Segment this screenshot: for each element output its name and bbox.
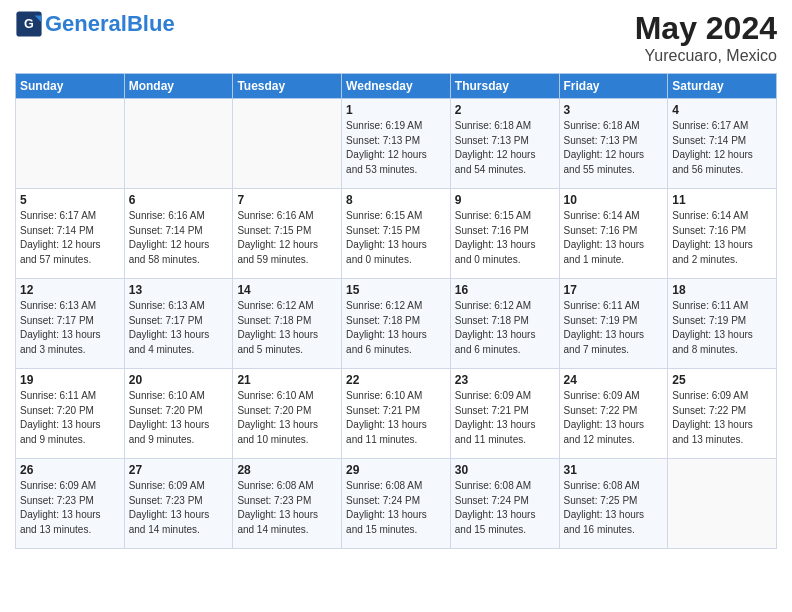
day-info: Sunrise: 6:08 AMSunset: 7:23 PMDaylight:…	[237, 479, 337, 537]
day-number: 6	[129, 193, 229, 207]
calendar-table: Sunday Monday Tuesday Wednesday Thursday…	[15, 73, 777, 549]
col-friday: Friday	[559, 74, 668, 99]
calendar-cell: 28Sunrise: 6:08 AMSunset: 7:23 PMDayligh…	[233, 459, 342, 549]
col-wednesday: Wednesday	[342, 74, 451, 99]
calendar-cell: 21Sunrise: 6:10 AMSunset: 7:20 PMDayligh…	[233, 369, 342, 459]
day-number: 15	[346, 283, 446, 297]
day-info: Sunrise: 6:17 AMSunset: 7:14 PMDaylight:…	[20, 209, 120, 267]
svg-text:G: G	[24, 17, 34, 31]
day-number: 31	[564, 463, 664, 477]
day-info: Sunrise: 6:12 AMSunset: 7:18 PMDaylight:…	[346, 299, 446, 357]
calendar-cell: 30Sunrise: 6:08 AMSunset: 7:24 PMDayligh…	[450, 459, 559, 549]
calendar-cell: 8Sunrise: 6:15 AMSunset: 7:15 PMDaylight…	[342, 189, 451, 279]
calendar-cell: 6Sunrise: 6:16 AMSunset: 7:14 PMDaylight…	[124, 189, 233, 279]
calendar-cell: 18Sunrise: 6:11 AMSunset: 7:19 PMDayligh…	[668, 279, 777, 369]
day-number: 18	[672, 283, 772, 297]
day-number: 5	[20, 193, 120, 207]
day-number: 19	[20, 373, 120, 387]
header-row: Sunday Monday Tuesday Wednesday Thursday…	[16, 74, 777, 99]
calendar-week-row: 19Sunrise: 6:11 AMSunset: 7:20 PMDayligh…	[16, 369, 777, 459]
day-number: 12	[20, 283, 120, 297]
calendar-cell: 17Sunrise: 6:11 AMSunset: 7:19 PMDayligh…	[559, 279, 668, 369]
calendar-cell: 27Sunrise: 6:09 AMSunset: 7:23 PMDayligh…	[124, 459, 233, 549]
day-number: 13	[129, 283, 229, 297]
day-number: 7	[237, 193, 337, 207]
calendar-cell: 5Sunrise: 6:17 AMSunset: 7:14 PMDaylight…	[16, 189, 125, 279]
day-number: 8	[346, 193, 446, 207]
calendar-header: Sunday Monday Tuesday Wednesday Thursday…	[16, 74, 777, 99]
day-number: 3	[564, 103, 664, 117]
day-info: Sunrise: 6:16 AMSunset: 7:14 PMDaylight:…	[129, 209, 229, 267]
calendar-week-row: 12Sunrise: 6:13 AMSunset: 7:17 PMDayligh…	[16, 279, 777, 369]
calendar-cell: 4Sunrise: 6:17 AMSunset: 7:14 PMDaylight…	[668, 99, 777, 189]
day-info: Sunrise: 6:10 AMSunset: 7:20 PMDaylight:…	[237, 389, 337, 447]
calendar-cell: 1Sunrise: 6:19 AMSunset: 7:13 PMDaylight…	[342, 99, 451, 189]
day-info: Sunrise: 6:09 AMSunset: 7:22 PMDaylight:…	[672, 389, 772, 447]
title-block: May 2024 Yurecuaro, Mexico	[635, 10, 777, 65]
day-info: Sunrise: 6:14 AMSunset: 7:16 PMDaylight:…	[564, 209, 664, 267]
calendar-cell: 25Sunrise: 6:09 AMSunset: 7:22 PMDayligh…	[668, 369, 777, 459]
day-info: Sunrise: 6:12 AMSunset: 7:18 PMDaylight:…	[455, 299, 555, 357]
day-info: Sunrise: 6:11 AMSunset: 7:20 PMDaylight:…	[20, 389, 120, 447]
calendar-cell: 15Sunrise: 6:12 AMSunset: 7:18 PMDayligh…	[342, 279, 451, 369]
col-tuesday: Tuesday	[233, 74, 342, 99]
day-number: 20	[129, 373, 229, 387]
calendar-cell: 9Sunrise: 6:15 AMSunset: 7:16 PMDaylight…	[450, 189, 559, 279]
calendar-cell: 29Sunrise: 6:08 AMSunset: 7:24 PMDayligh…	[342, 459, 451, 549]
calendar-cell: 20Sunrise: 6:10 AMSunset: 7:20 PMDayligh…	[124, 369, 233, 459]
calendar-cell: 11Sunrise: 6:14 AMSunset: 7:16 PMDayligh…	[668, 189, 777, 279]
day-info: Sunrise: 6:11 AMSunset: 7:19 PMDaylight:…	[564, 299, 664, 357]
day-info: Sunrise: 6:13 AMSunset: 7:17 PMDaylight:…	[20, 299, 120, 357]
col-sunday: Sunday	[16, 74, 125, 99]
day-info: Sunrise: 6:10 AMSunset: 7:21 PMDaylight:…	[346, 389, 446, 447]
calendar-cell: 22Sunrise: 6:10 AMSunset: 7:21 PMDayligh…	[342, 369, 451, 459]
col-thursday: Thursday	[450, 74, 559, 99]
calendar-cell	[124, 99, 233, 189]
day-number: 27	[129, 463, 229, 477]
day-info: Sunrise: 6:15 AMSunset: 7:16 PMDaylight:…	[455, 209, 555, 267]
day-info: Sunrise: 6:19 AMSunset: 7:13 PMDaylight:…	[346, 119, 446, 177]
calendar-cell	[233, 99, 342, 189]
calendar-cell: 14Sunrise: 6:12 AMSunset: 7:18 PMDayligh…	[233, 279, 342, 369]
day-info: Sunrise: 6:18 AMSunset: 7:13 PMDaylight:…	[564, 119, 664, 177]
page-header: G GeneralBlue May 2024 Yurecuaro, Mexico	[15, 10, 777, 65]
day-number: 11	[672, 193, 772, 207]
day-number: 4	[672, 103, 772, 117]
location-subtitle: Yurecuaro, Mexico	[635, 47, 777, 65]
day-info: Sunrise: 6:12 AMSunset: 7:18 PMDaylight:…	[237, 299, 337, 357]
calendar-cell: 12Sunrise: 6:13 AMSunset: 7:17 PMDayligh…	[16, 279, 125, 369]
logo-blue: Blue	[127, 11, 175, 36]
day-number: 21	[237, 373, 337, 387]
day-info: Sunrise: 6:09 AMSunset: 7:23 PMDaylight:…	[129, 479, 229, 537]
calendar-cell: 3Sunrise: 6:18 AMSunset: 7:13 PMDaylight…	[559, 99, 668, 189]
day-number: 23	[455, 373, 555, 387]
calendar-cell	[16, 99, 125, 189]
day-info: Sunrise: 6:08 AMSunset: 7:25 PMDaylight:…	[564, 479, 664, 537]
day-info: Sunrise: 6:15 AMSunset: 7:15 PMDaylight:…	[346, 209, 446, 267]
logo-icon: G	[15, 10, 43, 38]
calendar-cell	[668, 459, 777, 549]
day-info: Sunrise: 6:17 AMSunset: 7:14 PMDaylight:…	[672, 119, 772, 177]
day-info: Sunrise: 6:14 AMSunset: 7:16 PMDaylight:…	[672, 209, 772, 267]
day-info: Sunrise: 6:09 AMSunset: 7:23 PMDaylight:…	[20, 479, 120, 537]
calendar-cell: 26Sunrise: 6:09 AMSunset: 7:23 PMDayligh…	[16, 459, 125, 549]
day-number: 17	[564, 283, 664, 297]
day-info: Sunrise: 6:13 AMSunset: 7:17 PMDaylight:…	[129, 299, 229, 357]
calendar-week-row: 26Sunrise: 6:09 AMSunset: 7:23 PMDayligh…	[16, 459, 777, 549]
calendar-page: G GeneralBlue May 2024 Yurecuaro, Mexico…	[0, 0, 792, 564]
day-info: Sunrise: 6:08 AMSunset: 7:24 PMDaylight:…	[346, 479, 446, 537]
day-number: 16	[455, 283, 555, 297]
calendar-cell: 2Sunrise: 6:18 AMSunset: 7:13 PMDaylight…	[450, 99, 559, 189]
logo-general: General	[45, 11, 127, 36]
calendar-cell: 13Sunrise: 6:13 AMSunset: 7:17 PMDayligh…	[124, 279, 233, 369]
day-info: Sunrise: 6:08 AMSunset: 7:24 PMDaylight:…	[455, 479, 555, 537]
day-number: 10	[564, 193, 664, 207]
calendar-cell: 31Sunrise: 6:08 AMSunset: 7:25 PMDayligh…	[559, 459, 668, 549]
calendar-cell: 19Sunrise: 6:11 AMSunset: 7:20 PMDayligh…	[16, 369, 125, 459]
calendar-week-row: 1Sunrise: 6:19 AMSunset: 7:13 PMDaylight…	[16, 99, 777, 189]
day-info: Sunrise: 6:09 AMSunset: 7:22 PMDaylight:…	[564, 389, 664, 447]
calendar-cell: 16Sunrise: 6:12 AMSunset: 7:18 PMDayligh…	[450, 279, 559, 369]
day-info: Sunrise: 6:16 AMSunset: 7:15 PMDaylight:…	[237, 209, 337, 267]
day-info: Sunrise: 6:11 AMSunset: 7:19 PMDaylight:…	[672, 299, 772, 357]
day-number: 24	[564, 373, 664, 387]
